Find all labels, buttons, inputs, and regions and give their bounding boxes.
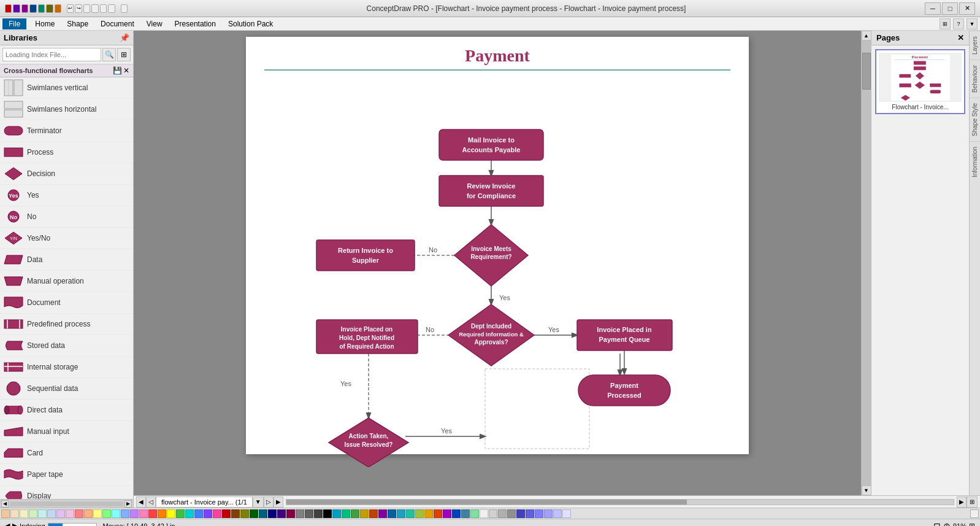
list-item[interactable]: Terminator bbox=[0, 120, 133, 142]
list-item[interactable]: No No bbox=[0, 206, 133, 228]
color-swatch[interactable] bbox=[139, 509, 148, 518]
horizontal-scrollbar[interactable] bbox=[286, 499, 954, 505]
zoom-in-btn[interactable]: ⊕ bbox=[943, 521, 951, 527]
tab-dropdown[interactable]: ▼ bbox=[253, 497, 264, 508]
search-input[interactable] bbox=[2, 48, 101, 61]
scroll-up-button[interactable]: ▲ bbox=[862, 31, 871, 41]
canvas-vscroll[interactable]: ▲ ▼ bbox=[861, 31, 871, 495]
color-swatch[interactable] bbox=[480, 509, 488, 518]
color-swatch[interactable] bbox=[461, 509, 470, 518]
color-swatch[interactable] bbox=[185, 509, 194, 518]
menu-shape[interactable]: Shape bbox=[61, 18, 94, 29]
sidebar-hscroll[interactable]: ◀ ▶ bbox=[0, 499, 133, 508]
color-swatch[interactable] bbox=[84, 509, 93, 518]
color-swatch[interactable] bbox=[56, 509, 65, 518]
list-item[interactable]: Swimlanes horizontal bbox=[0, 99, 133, 120]
color-swatch[interactable] bbox=[38, 509, 47, 518]
color-swatch[interactable] bbox=[93, 509, 102, 518]
list-item[interactable]: Sequential data bbox=[0, 378, 133, 400]
canvas-scroll[interactable]: Payment bbox=[134, 31, 861, 495]
pages-close-icon[interactable]: ✕ bbox=[957, 33, 964, 42]
color-swatch[interactable] bbox=[378, 509, 387, 518]
close-category-icon[interactable]: ✕ bbox=[123, 66, 129, 75]
minimize-button[interactable]: ─ bbox=[925, 2, 941, 15]
search-button[interactable]: 🔍 bbox=[102, 48, 116, 61]
list-item[interactable]: Manual operation bbox=[0, 271, 133, 292]
color-swatch[interactable] bbox=[29, 509, 37, 518]
color-swatch[interactable] bbox=[562, 509, 571, 518]
list-item[interactable]: Stored data bbox=[0, 335, 133, 357]
color-swatch[interactable] bbox=[397, 509, 405, 518]
settings-btn[interactable]: ▼ bbox=[967, 18, 978, 29]
color-swatch[interactable] bbox=[176, 509, 185, 518]
color-swatch[interactable] bbox=[222, 509, 231, 518]
scroll-down-button[interactable]: ▼ bbox=[862, 485, 871, 495]
tab-nav-prev[interactable]: ◀ bbox=[136, 497, 146, 508]
color-swatch[interactable] bbox=[507, 509, 516, 518]
color-swatch[interactable] bbox=[158, 509, 166, 518]
list-item[interactable]: Data bbox=[0, 249, 133, 271]
color-swatch[interactable] bbox=[286, 509, 295, 518]
menu-document[interactable]: Document bbox=[94, 18, 140, 29]
color-swatch[interactable] bbox=[516, 509, 525, 518]
tab-nav-next2[interactable]: ▶ bbox=[274, 497, 283, 508]
color-swatch[interactable] bbox=[47, 509, 56, 518]
color-swatch[interactable] bbox=[231, 509, 240, 518]
list-item[interactable]: Decision bbox=[0, 163, 133, 185]
color-swatch[interactable] bbox=[1, 509, 10, 518]
zoom-fit-button[interactable]: ⊞ bbox=[967, 497, 978, 508]
color-swatch[interactable] bbox=[544, 509, 553, 518]
color-swatch[interactable] bbox=[553, 509, 562, 518]
list-item[interactable]: Predefined process bbox=[0, 314, 133, 335]
color-swatch[interactable] bbox=[388, 509, 396, 518]
next-page-btn[interactable]: ▶ bbox=[12, 522, 17, 526]
page-tab[interactable]: flowchart - Invoice pay... (1/1 bbox=[156, 497, 253, 508]
color-swatch[interactable] bbox=[194, 509, 203, 518]
menu-view[interactable]: View bbox=[140, 18, 169, 29]
color-swatch[interactable] bbox=[10, 509, 19, 518]
menu-file[interactable]: File bbox=[2, 18, 26, 29]
color-swatch[interactable] bbox=[452, 509, 461, 518]
list-item[interactable]: Yes Yes bbox=[0, 185, 133, 206]
color-swatch[interactable] bbox=[204, 509, 212, 518]
maximize-button[interactable]: □ bbox=[942, 2, 958, 15]
list-item[interactable]: Manual input bbox=[0, 421, 133, 443]
layers-tab[interactable]: Layers bbox=[970, 31, 980, 60]
no-color-swatch[interactable] bbox=[970, 509, 979, 518]
color-swatch[interactable] bbox=[268, 509, 277, 518]
prev-page-btn[interactable]: ◀ bbox=[5, 522, 10, 526]
save-icon[interactable]: 💾 bbox=[113, 66, 122, 75]
color-swatch[interactable] bbox=[443, 509, 451, 518]
drawing-canvas[interactable]: Payment bbox=[246, 37, 749, 454]
color-swatch[interactable] bbox=[66, 509, 74, 518]
color-swatch[interactable] bbox=[415, 509, 424, 518]
list-item[interactable]: Y/N Yes/No bbox=[0, 228, 133, 249]
menu-presentation[interactable]: Presentation bbox=[169, 18, 222, 29]
menu-home[interactable]: Home bbox=[29, 18, 61, 29]
behaviour-tab[interactable]: Behaviour bbox=[970, 60, 980, 98]
color-swatch[interactable] bbox=[75, 509, 83, 518]
list-item[interactable]: Paper tape bbox=[0, 464, 133, 485]
list-item[interactable]: Display bbox=[0, 485, 133, 499]
menu-solution-pack[interactable]: Solution Pack bbox=[222, 18, 279, 29]
color-swatch[interactable] bbox=[296, 509, 304, 518]
color-swatch[interactable] bbox=[121, 509, 129, 518]
color-swatch[interactable] bbox=[369, 509, 378, 518]
color-swatch[interactable] bbox=[102, 509, 111, 518]
help-btn[interactable]: ? bbox=[953, 18, 964, 29]
hscroll-right[interactable]: ▶ bbox=[957, 497, 967, 508]
color-swatch[interactable] bbox=[305, 509, 313, 518]
tab-nav-next[interactable]: ▷ bbox=[264, 497, 274, 508]
color-swatch[interactable] bbox=[535, 509, 543, 518]
fullscreen-btn[interactable]: ⊞ bbox=[940, 18, 951, 29]
grid-view-button[interactable]: ⊞ bbox=[117, 48, 131, 61]
scroll-thumb[interactable] bbox=[862, 53, 871, 90]
color-swatch[interactable] bbox=[240, 509, 249, 518]
color-swatch[interactable] bbox=[259, 509, 267, 518]
color-swatch[interactable] bbox=[360, 509, 369, 518]
color-swatch[interactable] bbox=[406, 509, 415, 518]
list-item[interactable]: Internal storage bbox=[0, 357, 133, 378]
color-swatch[interactable] bbox=[112, 509, 120, 518]
color-swatch[interactable] bbox=[434, 509, 442, 518]
color-swatch[interactable] bbox=[130, 509, 139, 518]
